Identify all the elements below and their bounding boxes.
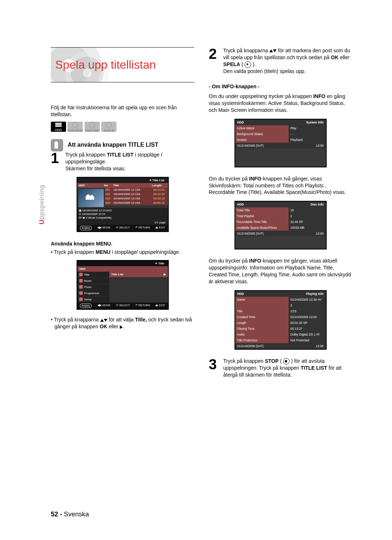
info-p2: Om du trycker på INFO-knappen två gånger… [209,175,352,196]
intro-text: Följ de här instruktionerna för att spel… [51,104,194,118]
title-icon [79,273,83,276]
info-heading: - Om INFO-knappen - [209,84,352,89]
up-arrow-icon [269,49,273,52]
right-column: 2 Tryck på knapparna för att markera den… [209,47,352,383]
dvd-ram-icon: DVD-RAM [68,122,83,132]
list-item: Setup [77,296,109,303]
osd-footer: Anykey ◀▶ MOVE ⏎ SELECT ↶ RETURN ⏏ EXIT [77,225,168,231]
system-info-osd: HDDSystem Info Active statusPlay Backgro… [234,119,327,167]
info-p1: Om du under uppspelning trycker på knapp… [209,93,352,114]
info-p3: Om du trycker på INFO-knappen tre gånger… [209,257,352,285]
down-arrow-icon [273,49,277,52]
osd-footer: Anykey ◀▶ MOVE ⏎ SELECT ↶ RETURN ⏏ EXIT [77,303,168,309]
stop-icon [283,358,290,365]
list-item: Programme [77,290,109,296]
list-item: Title [77,272,109,278]
finger-icon [51,139,63,151]
menu-right: Title List▶ [109,272,168,303]
page-footer: 52 - Svenska [51,511,89,518]
table-row: 00420/JAN/2005 12:15A00:50:16 [105,201,168,205]
step-1-number: 1 [51,151,61,172]
music-icon [79,279,83,283]
list-item: Music [77,278,109,284]
table-row: 00219/JAN/2005 12:15A00:40:02 [105,192,168,196]
media-icons: HDD DVD-RAM DVD-RW DVD-R [51,122,194,132]
osd-preview [78,189,104,207]
down-arrow-icon [104,319,107,322]
step-1-body: Tryck på knappen TITLE LIST i stoppläge … [65,151,194,172]
title-list-osd: ✦ Title List HDD No. Title Length 00118/… [77,177,169,232]
step-3-number: 3 [209,358,219,378]
osd-header: ✦ Title [77,261,168,266]
step-3: 3 Tryck på knappen STOP ( ) för att avsl… [209,358,352,378]
dvd-r-icon: DVD-R [101,122,117,132]
title-band: Spela upp titellistan [51,47,194,82]
page-title: Spela upp titellistan [51,48,194,82]
step-3-body: Tryck på knappen STOP ( ) för att avslut… [223,358,352,378]
menu-osd: ✦ Title HDD Title Music Photo Programme … [77,260,169,310]
osd-bar: HDD [77,266,168,272]
left-column: Spela upp titellistan Följ de här instru… [51,47,194,383]
osd-info: ▣ 18/JAN/2005 12:15 AVG ⊙ 18/JAN/2005 12… [77,208,168,220]
sub-heading-menu: Använda knappen MENU. [51,241,194,247]
osd-columns: HDD No. Title Length [77,183,168,188]
hdd-icon: HDD [51,122,66,132]
side-tab: Uppspelning [38,185,46,224]
play-icon [245,61,251,68]
step-2-body: Tryck på knapparna för att markera den p… [223,47,352,75]
up-arrow-icon [100,319,104,322]
step-2: 2 Tryck på knapparna för att markera den… [209,47,352,75]
osd-rows: 00118/JAN/2005 12:15A00:10:31 00219/JAN/… [105,188,168,208]
list-item: Photo [77,284,109,290]
step-2-number: 2 [209,47,219,75]
photo-icon [79,285,83,289]
osd-header: ✦ Title List [77,178,168,183]
title-list-heading: Att använda knappen TITLE LIST [51,139,194,151]
table-row: 00320/JAN/2005 12:15A00:20:15 [105,196,168,201]
setup-icon [79,297,83,301]
disc-info-osd: HDDDisc Info Total Title15 Total Playlis… [234,201,327,249]
menu-side: Title Music Photo Programme Setup [77,272,109,303]
playing-info-osd: HDDPlaying Info Name01/JAN/2005 12:39 AV… [234,290,327,350]
osd-page: 1/1 page [77,220,168,225]
table-row: 00118/JAN/2005 12:15A00:10:31 [105,188,168,192]
nav-bullet: Tryck på knapparna för att välja Title, … [51,316,194,330]
step-1: 1 Tryck på knappen TITLE LIST i stoppläg… [51,151,194,172]
menu-bullet: Tryck på knappen MENU i stoppläge/ uppsp… [51,249,194,256]
programme-icon [79,291,83,295]
right-arrow-icon [120,325,123,329]
dvd-rw-icon: DVD-RW [85,122,100,132]
